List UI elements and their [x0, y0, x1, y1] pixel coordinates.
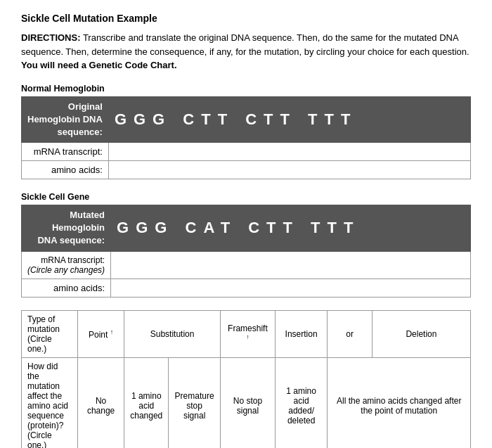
sickle-header-label: MutatedHemoglobinDNA sequence: — [22, 205, 111, 252]
deletion-cell: Deletion — [372, 310, 470, 357]
sickle-dna-sequence: GGG CAT CTT TTT — [111, 205, 471, 252]
one-amino-cell: 1 aminoacidchanged — [124, 357, 169, 448]
sickle-mrna-row: mRNA transcript: (Circle any changes) — [22, 251, 471, 279]
sickle-amino-value — [111, 279, 471, 297]
normal-mrna-label: mRNA transcript: — [22, 143, 109, 161]
mutation-type-label: Type ofmutation(Circle one.) — [22, 310, 78, 357]
sickle-header-row: MutatedHemoglobinDNA sequence: GGG CAT C… — [22, 205, 471, 252]
frameshift-cell: Frameshift ↑ — [221, 310, 276, 357]
frameshift-sup: ↑ — [246, 333, 250, 340]
directions-text: DIRECTIONS: Transcribe and translate the… — [21, 31, 471, 72]
no-change-cell: No change — [78, 357, 124, 448]
normal-amino-value — [108, 161, 470, 179]
no-stop-cell: No stopsignal — [221, 357, 276, 448]
sickle-section-label: Sickle Cell Gene — [21, 192, 471, 202]
how-affect-label: How did the mutation affect the amino ac… — [22, 357, 78, 448]
normal-header-label: OriginalHemoglobin DNAsequence: — [22, 96, 109, 143]
how-affect-row: How did the mutation affect the amino ac… — [22, 357, 471, 448]
directions-bold-end: You will need a Genetic Code Chart. — [21, 60, 177, 70]
premature-cell: Prematurestop signal — [169, 357, 221, 448]
normal-section-label: Normal Hemoglobin — [21, 84, 471, 94]
directions-body: Transcribe and translate the original DN… — [21, 32, 470, 57]
point-sup: ↑ — [110, 328, 114, 335]
one-amino-added-cell: 1 amino acidadded/deleted — [275, 357, 328, 448]
normal-table: OriginalHemoglobin DNAsequence: GGG CTT … — [21, 96, 471, 180]
point-cell: Point ↑ — [78, 310, 124, 357]
sickle-amino-row: amino acids: — [22, 279, 471, 297]
normal-amino-row: amino acids: — [22, 161, 471, 179]
normal-mrna-row: mRNA transcript: — [22, 143, 471, 161]
page-title: Sickle Cell Mutation Example — [21, 13, 471, 24]
normal-mrna-value — [108, 143, 470, 161]
directions-label: DIRECTIONS: — [21, 32, 81, 43]
mutation-table: Type ofmutation(Circle one.) Point ↑ Sub… — [21, 310, 471, 448]
insertion-cell: Insertion — [275, 310, 328, 357]
substitution-cell: Substitution — [124, 310, 221, 357]
sickle-amino-label: amino acids: — [22, 279, 111, 297]
all-changed-cell: All the amino acids changed after the po… — [328, 357, 471, 448]
normal-dna-sequence: GGG CTT CTT TTT — [108, 96, 470, 143]
sickle-mrna-value — [111, 251, 471, 279]
mutation-type-row: Type ofmutation(Circle one.) Point ↑ Sub… — [22, 310, 471, 357]
sickle-table: MutatedHemoglobinDNA sequence: GGG CAT C… — [21, 205, 471, 297]
or-cell: or — [328, 310, 372, 357]
normal-header-row: OriginalHemoglobin DNAsequence: GGG CTT … — [22, 96, 471, 143]
normal-amino-label: amino acids: — [22, 161, 109, 179]
sickle-mrna-label: mRNA transcript: (Circle any changes) — [22, 251, 111, 279]
